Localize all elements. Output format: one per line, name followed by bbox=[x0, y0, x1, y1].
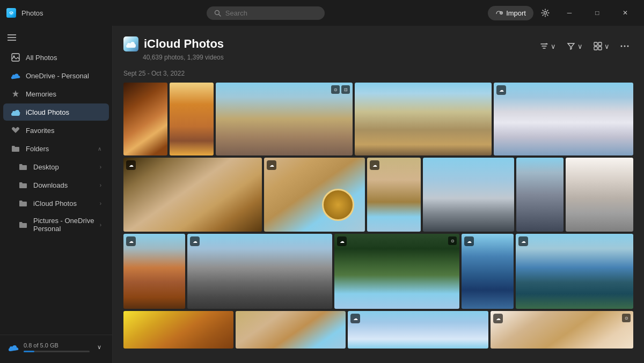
view-chevron: ∨ bbox=[604, 42, 610, 50]
onedrive-storage-icon bbox=[8, 343, 19, 351]
content-page-title: iCloud Photos bbox=[144, 37, 224, 51]
view-button[interactable]: ∨ bbox=[589, 39, 614, 54]
photo-cloud-badge: ☁ bbox=[493, 314, 503, 323]
filter-chevron: ∨ bbox=[577, 42, 583, 50]
storage-expand-button[interactable]: ∨ bbox=[94, 342, 105, 352]
photo-cell[interactable]: ☁ bbox=[516, 234, 633, 309]
pictures-label: Pictures - OneDrive Personal bbox=[33, 217, 94, 233]
minimize-button[interactable]: ─ bbox=[557, 4, 582, 21]
search-bar[interactable] bbox=[207, 6, 325, 20]
sidebar-item-favorites[interactable]: Favorites bbox=[3, 122, 109, 139]
sidebar-item-desktop[interactable]: Desktop › bbox=[3, 158, 109, 175]
downloads-folder-icon bbox=[18, 180, 28, 190]
svg-point-8 bbox=[544, 12, 546, 14]
icloud-folder-label: iCloud Photos bbox=[33, 199, 94, 208]
photo-cloud-badge: ☁ bbox=[267, 160, 276, 170]
photo-cell[interactable]: ☁ bbox=[494, 83, 633, 155]
photo-cell[interactable] bbox=[123, 83, 167, 155]
sort-chevron: ∨ bbox=[551, 42, 556, 50]
photo-cloud-badge: ☁ bbox=[126, 160, 136, 170]
settings-button[interactable] bbox=[537, 4, 554, 21]
title-bar-right: Import ─ □ ✕ bbox=[488, 4, 638, 21]
storage-info: 0.8 of 5.0 GB bbox=[24, 342, 90, 352]
photo-cloud-badge: ☁ bbox=[464, 236, 474, 246]
svg-line-4 bbox=[219, 14, 221, 16]
more-button[interactable] bbox=[616, 42, 633, 50]
sort-icon bbox=[540, 42, 548, 50]
sidebar-item-icloud-folder[interactable]: iCloud Photos › bbox=[3, 195, 109, 212]
filter-button[interactable]: ∨ bbox=[562, 39, 587, 54]
photo-icon-badge2: ⊡ bbox=[341, 85, 350, 94]
photo-cell[interactable]: ☁ ⊙ bbox=[491, 311, 633, 349]
photo-icon-badge: ⊙ bbox=[622, 314, 631, 322]
photo-cell[interactable]: ☁ bbox=[367, 158, 421, 232]
pictures-folder-icon bbox=[18, 220, 28, 229]
import-icon bbox=[495, 9, 503, 17]
content-title-group: iCloud Photos 40,639 photos, 1,399 video… bbox=[123, 36, 224, 61]
folders-icon bbox=[11, 144, 20, 153]
icloud-folder-chevron: › bbox=[100, 201, 101, 206]
search-input[interactable] bbox=[225, 9, 311, 17]
photo-cell[interactable]: ⊙ ⊡ bbox=[216, 83, 353, 155]
downloads-chevron: › bbox=[100, 182, 101, 188]
date-range-label: Sept 25 - Oct 3, 2022 bbox=[113, 66, 644, 83]
icloud-label: iCloud Photos bbox=[26, 108, 101, 116]
photo-cell[interactable] bbox=[423, 158, 514, 232]
maximize-button[interactable]: □ bbox=[585, 4, 610, 21]
storage-text: 0.8 of 5.0 GB bbox=[24, 342, 90, 349]
import-button[interactable]: Import bbox=[488, 6, 533, 20]
storage-progress-bar bbox=[24, 351, 90, 352]
icloud-nav-icon bbox=[11, 107, 20, 117]
close-button[interactable]: ✕ bbox=[613, 4, 638, 21]
grid-icon bbox=[594, 42, 602, 50]
desktop-chevron: › bbox=[100, 164, 101, 170]
icloud-logo bbox=[123, 36, 138, 51]
svg-point-20 bbox=[627, 46, 629, 47]
title-bar: Photos Import ─ □ ✕ bbox=[0, 0, 644, 26]
photo-cell[interactable]: ☁ bbox=[187, 234, 332, 309]
content-area: iCloud Photos 40,639 photos, 1,399 video… bbox=[113, 26, 644, 363]
heart-icon bbox=[11, 125, 20, 135]
photo-cell[interactable] bbox=[236, 311, 346, 349]
desktop-label: Desktop bbox=[33, 163, 94, 171]
photo-row-3: ☁ ☁ ☁ ⊙ ☁ bbox=[123, 234, 633, 309]
sidebar-item-pictures[interactable]: Pictures - OneDrive Personal › bbox=[3, 213, 109, 236]
photo-cell[interactable]: ☁ bbox=[348, 311, 488, 349]
photo-cell[interactable]: ☁ bbox=[264, 158, 365, 232]
onedrive-icon bbox=[11, 71, 20, 80]
photo-badge-right: ⊙ bbox=[622, 314, 631, 322]
memories-label: Memories bbox=[26, 90, 101, 98]
hamburger-menu[interactable] bbox=[0, 30, 112, 46]
sidebar-item-onedrive[interactable]: OneDrive - Personal bbox=[3, 67, 109, 84]
photo-cell[interactable] bbox=[170, 83, 214, 155]
sidebar-item-memories[interactable]: Memories bbox=[3, 85, 109, 102]
storage-container: 0.8 of 5.0 GB ∨ bbox=[0, 335, 112, 359]
photo-grid: ⊙ ⊡ ☁ ☁ bbox=[113, 83, 644, 349]
photo-cell[interactable] bbox=[566, 158, 633, 232]
content-actions: ∨ ∨ ∨ bbox=[536, 39, 633, 54]
folders-section[interactable]: Folders ∧ bbox=[3, 140, 109, 157]
photo-cell[interactable] bbox=[123, 311, 233, 349]
photo-cell[interactable] bbox=[516, 158, 564, 232]
photo-badge-right: ⊙ bbox=[448, 236, 457, 245]
more-icon bbox=[620, 45, 629, 47]
svg-rect-15 bbox=[598, 42, 602, 46]
sidebar-item-all-photos[interactable]: All Photos bbox=[3, 49, 109, 66]
all-photos-icon bbox=[11, 53, 20, 62]
photo-cell[interactable]: ☁ ⊙ bbox=[334, 234, 459, 309]
photo-cell[interactable] bbox=[355, 83, 492, 155]
photo-cloud-badge: ☁ bbox=[518, 236, 528, 246]
content-subtitle: 40,639 photos, 1,399 videos bbox=[123, 54, 224, 61]
gear-icon bbox=[541, 9, 550, 17]
svg-rect-16 bbox=[594, 47, 597, 50]
sidebar-item-downloads[interactable]: Downloads › bbox=[3, 176, 109, 194]
photo-cell[interactable]: ☁ bbox=[123, 234, 185, 309]
photo-cell[interactable]: ☁ bbox=[462, 234, 514, 309]
photo-cell[interactable]: ☁ bbox=[123, 158, 262, 232]
sidebar-item-icloud[interactable]: iCloud Photos bbox=[3, 103, 109, 121]
downloads-label: Downloads bbox=[33, 181, 94, 189]
search-icon bbox=[214, 10, 221, 17]
sort-button[interactable]: ∨ bbox=[536, 39, 560, 54]
svg-rect-17 bbox=[598, 47, 602, 50]
folders-label: Folders bbox=[26, 145, 92, 153]
